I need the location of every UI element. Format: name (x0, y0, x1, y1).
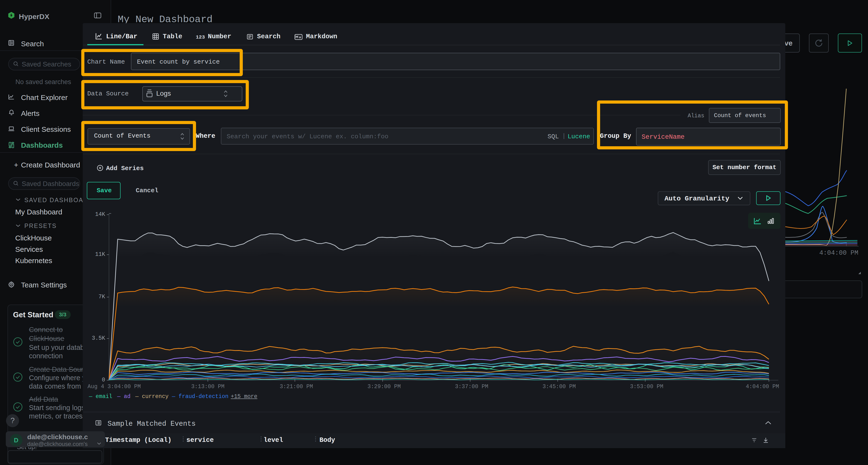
svg-text:4:04:00 PM: 4:04:00 PM (819, 250, 858, 257)
